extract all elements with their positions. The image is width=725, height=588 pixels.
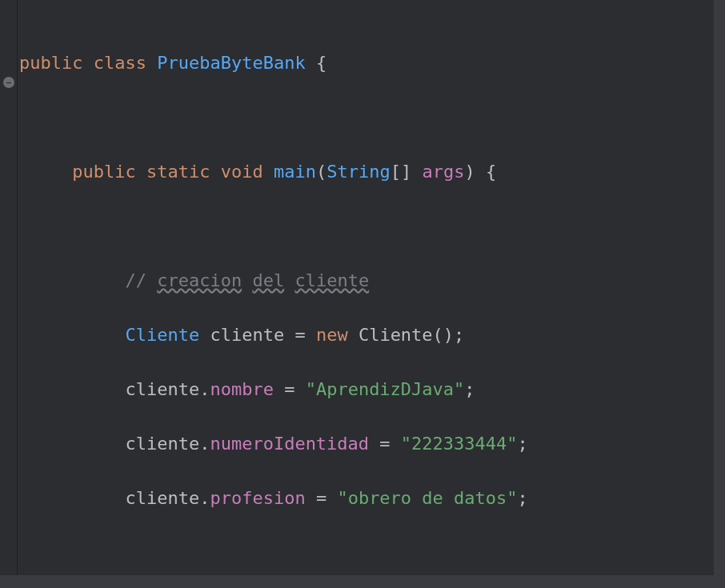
operator: =	[369, 434, 401, 454]
code-line: cliente.nombre = "AprendizDJava";	[19, 376, 725, 403]
brace: {	[316, 53, 326, 73]
punct: ();	[433, 325, 465, 345]
field: numeroIdentidad	[210, 434, 369, 454]
variable: cliente	[210, 325, 284, 345]
semi: ;	[464, 379, 475, 399]
code-line: public class PruebaByteBank {	[19, 50, 725, 77]
dot: .	[199, 379, 210, 399]
semi: ;	[518, 434, 528, 454]
semi: ;	[518, 488, 528, 508]
variable: cliente	[125, 379, 199, 399]
gutter	[0, 0, 18, 588]
editor-container: public class PruebaByteBank { public sta…	[0, 0, 725, 588]
type: String	[326, 162, 390, 182]
paren: (	[316, 162, 326, 182]
code-line: cliente.numeroIdentidad = "222333444";	[19, 430, 725, 458]
class-name: PruebaByteBank	[157, 53, 305, 73]
keyword: void	[221, 162, 263, 182]
editor-bottom-strip	[0, 575, 725, 588]
dot: .	[199, 434, 210, 454]
string: "AprendizDJava"	[306, 379, 465, 399]
brace: {	[486, 162, 496, 182]
comment: // creacion del cliente	[125, 270, 369, 290]
field: nombre	[210, 379, 273, 399]
paren: )	[464, 162, 475, 182]
string: "222333444"	[401, 434, 518, 454]
comment-text: creacion	[157, 270, 242, 290]
variable: cliente	[125, 488, 199, 508]
comment-text	[284, 270, 294, 290]
field: profesion	[210, 488, 305, 508]
code-line: public static void main(String[] args) {	[19, 158, 725, 186]
method-name: main	[274, 162, 316, 182]
code-line	[19, 539, 725, 566]
comment-text: cliente	[294, 270, 369, 290]
type: Cliente	[125, 325, 199, 345]
code-line: // creacion del cliente	[19, 267, 725, 294]
operator: =	[274, 379, 306, 399]
keyword: new	[316, 325, 348, 345]
keyword: static	[146, 162, 210, 182]
comment-text: del	[252, 270, 284, 290]
brackets: []	[391, 162, 412, 182]
code-area[interactable]: public class PruebaByteBank { public sta…	[18, 0, 725, 588]
fold-collapse-icon[interactable]	[3, 77, 14, 88]
operator: =	[284, 325, 316, 345]
code-line: Cliente cliente = new Cliente();	[19, 322, 725, 349]
keyword: class	[94, 53, 146, 73]
keyword: public	[72, 162, 135, 182]
operator: =	[306, 488, 338, 508]
code-line	[19, 213, 725, 240]
param: args	[422, 162, 464, 182]
dot: .	[199, 488, 210, 508]
code-line	[19, 104, 725, 131]
constructor: Cliente	[358, 325, 433, 345]
variable: cliente	[125, 434, 199, 454]
comment-text: //	[125, 270, 157, 290]
string: "obrero de datos"	[337, 488, 517, 508]
code-line: cliente.profesion = "obrero de datos";	[19, 485, 725, 512]
keyword: public	[19, 53, 82, 73]
comment-text	[242, 270, 252, 290]
